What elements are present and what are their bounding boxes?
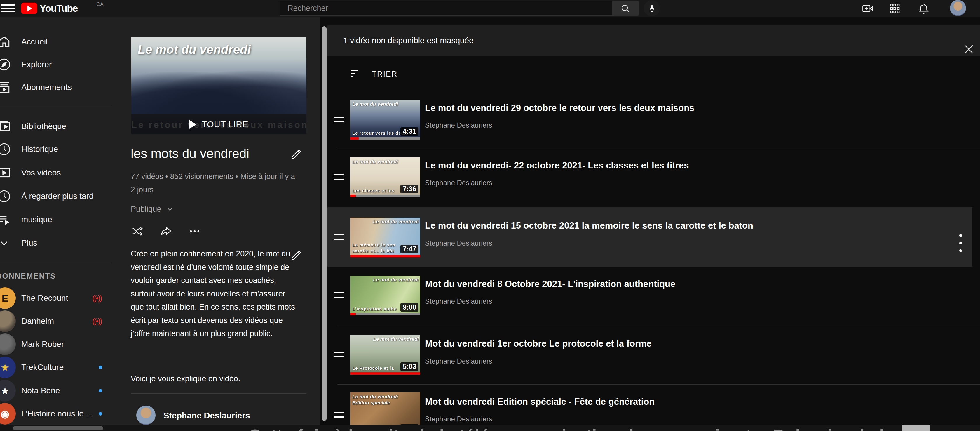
owner-name[interactable]: Stephane Deslauriers [164, 411, 250, 420]
vertical-scrollbar-track[interactable] [320, 17, 328, 425]
sidebar-subscription-the-recount[interactable]: E The Recount ((•)) [0, 287, 126, 310]
edit-title-button[interactable] [290, 148, 302, 160]
sidebar-item-your-videos[interactable]: Vos vidéos [0, 161, 126, 184]
sidebar-divider [0, 263, 111, 263]
drag-handle-icon[interactable] [334, 174, 344, 180]
shuffle-icon [131, 225, 144, 238]
search-input[interactable] [288, 4, 603, 13]
sidebar-subscription-mark-rober[interactable]: Mark Rober [0, 333, 126, 356]
video-channel[interactable]: Stephane Deslauriers [425, 239, 492, 247]
share-icon [160, 225, 172, 238]
voice-search-button[interactable] [644, 0, 660, 16]
video-channel[interactable]: Stephane Deslauriers [425, 121, 492, 129]
subscriptions-icon [0, 79, 12, 96]
video-row-highlighted[interactable]: Le mot du vendredi La mémoire le sen car… [328, 207, 972, 267]
drag-handle-icon[interactable] [334, 117, 344, 122]
drag-handle-icon[interactable] [334, 234, 344, 240]
create-video-button[interactable] [859, 0, 877, 17]
video-title[interactable]: Le mot du vendredi 29 octobre le retour … [425, 103, 694, 113]
channel-avatar: ★ [0, 356, 16, 378]
apps-grid-icon [889, 3, 900, 14]
live-badge-icon: ((•)) [92, 294, 102, 303]
sidebar-subscription-nota-bene[interactable]: ★ Nota Bene [0, 379, 126, 402]
video-more-actions-button[interactable] [957, 234, 965, 256]
video-channel[interactable]: Stephane Deslauriers [425, 179, 492, 187]
sidebar-item-library[interactable]: Bibliothèque [0, 115, 126, 138]
video-thumbnail[interactable]: Le mot du vendredi Le retour vers les de… [350, 100, 420, 140]
video-thumbnail[interactable]: Le mot du vendredi La mémoire le sen car… [350, 217, 420, 257]
sidebar-item-more[interactable]: Plus [0, 231, 126, 254]
edit-description-button[interactable] [290, 249, 302, 261]
pencil-icon [290, 148, 302, 160]
owner-divider [131, 393, 306, 394]
video-channel[interactable]: Stephane Deslauriers [425, 297, 492, 305]
video-title[interactable]: Mot du vendredi Edition spéciale - Fête … [425, 397, 655, 407]
thumb-caption: La mémoire le sen [352, 243, 395, 247]
shuffle-button[interactable] [131, 225, 144, 238]
sort-icon [350, 69, 362, 79]
sidebar-item-history[interactable]: Historique [0, 138, 126, 161]
playlist-description-note: Voici je vous explique en vidéo. [131, 374, 300, 383]
playlist-icon [0, 211, 12, 228]
video-thumbnail[interactable]: Le mot du vendredi Edition speciale La f… [350, 393, 420, 425]
video-thumbnail[interactable]: Le mot du vendredi L'inspiration authe 9… [350, 276, 420, 315]
visibility-dropdown[interactable]: Publique [131, 204, 175, 214]
sort-button[interactable]: TRIER [350, 69, 398, 79]
top-header: YouTube CA [0, 0, 980, 17]
sidebar-item-watch-later[interactable]: À regarder plus tard [0, 185, 126, 208]
watch-progress-track [350, 372, 420, 375]
share-button[interactable] [159, 225, 173, 238]
youtube-logo[interactable]: YouTube CA [21, 3, 78, 14]
more-actions-button[interactable] [188, 225, 201, 238]
unavailable-videos-notice: 1 vidéo non disponible est masquée [328, 25, 980, 56]
channel-avatar [0, 334, 16, 355]
sidebar-item-home[interactable]: Accueil [0, 30, 126, 53]
video-channel[interactable]: Stephane Deslauriers [425, 415, 492, 423]
sidebar-item-label: musique [21, 215, 52, 224]
sidebar-item-label: Plus [21, 238, 37, 247]
video-channel[interactable]: Stephane Deslauriers [425, 357, 492, 365]
drag-handle-icon[interactable] [334, 292, 344, 298]
video-row[interactable]: Le mot du vendredi L'inspiration authe 9… [328, 267, 980, 324]
playlist-description: Crée en plein confinement en 2020, le mo… [131, 247, 300, 340]
video-title[interactable]: Le mot du vendredi- 22 octobre 2021- Les… [425, 160, 689, 171]
drag-handle-icon[interactable] [334, 352, 344, 358]
sidebar-item-playlist-musique[interactable]: musique [0, 208, 126, 231]
video-row[interactable]: Le mot du vendredi Le Protocole et la 5:… [328, 325, 980, 384]
sidebar-subscription-danheim[interactable]: Danheim ((•)) [0, 310, 126, 333]
watch-progress-bar [350, 137, 359, 140]
video-thumbnail[interactable]: Le mot du vendredi Le Protocole et la 5:… [350, 335, 420, 375]
sidebar-subscription-trekculture[interactable]: ★ TrekCulture [0, 356, 126, 379]
thumb-brand-text: Le mot du vendredi [352, 101, 398, 107]
video-title[interactable]: Le mot du vendredi 15 octobre 2021 la me… [425, 220, 753, 231]
history-clock-icon [0, 141, 12, 157]
video-title[interactable]: Mot du vendredi 8 Octobre 2021- L'inspir… [425, 279, 675, 289]
youtube-playlist-page: YouTube CA Accueil Explorer [0, 0, 980, 431]
sidebar-item-explore[interactable]: Explorer [0, 53, 126, 76]
search-button[interactable] [612, 1, 638, 16]
play-all-overlay[interactable]: TOUT LIRE [131, 115, 306, 134]
drag-handle-icon[interactable] [334, 412, 344, 418]
video-row[interactable]: Le mot du vendredi Edition speciale La f… [328, 384, 980, 425]
duration-badge: 7:36 [400, 185, 418, 193]
apps-grid-button[interactable] [886, 0, 904, 17]
search-box[interactable] [280, 1, 612, 16]
hamburger-menu-icon[interactable] [1, 4, 14, 13]
microphone-icon [648, 4, 656, 13]
sidebar-item-subscriptions[interactable]: Abonnements [0, 76, 126, 99]
account-avatar[interactable] [950, 0, 966, 16]
notifications-button[interactable] [915, 0, 932, 17]
search-icon [620, 3, 630, 13]
vertical-scrollbar-thumb[interactable] [322, 26, 326, 421]
close-icon[interactable] [963, 43, 975, 55]
video-row[interactable]: Le mot du vendredi Les classes et les 7:… [328, 148, 980, 206]
playlist-stats: 77 vidéos • 852 visionnements • Mise à j… [131, 170, 300, 196]
underlying-page-strip: Cette fois à la suite de la télécommunic… [0, 425, 980, 431]
sidebar-subscription-histoire[interactable]: ◉ L'Histoire nous le … [0, 402, 126, 425]
hero-brand-text: Le mot du vendredi [138, 43, 251, 57]
owner-avatar[interactable] [136, 405, 156, 425]
playlist-hero-thumbnail[interactable]: Le mot du vendredi Le retour vers les de… [131, 37, 306, 134]
video-row[interactable]: Le mot du vendredi Le retour vers les de… [328, 91, 980, 148]
video-thumbnail[interactable]: Le mot du vendredi Les classes et les 7:… [350, 157, 420, 197]
video-title[interactable]: Mot du vendredi 1er octobre Le protocole… [425, 338, 652, 349]
